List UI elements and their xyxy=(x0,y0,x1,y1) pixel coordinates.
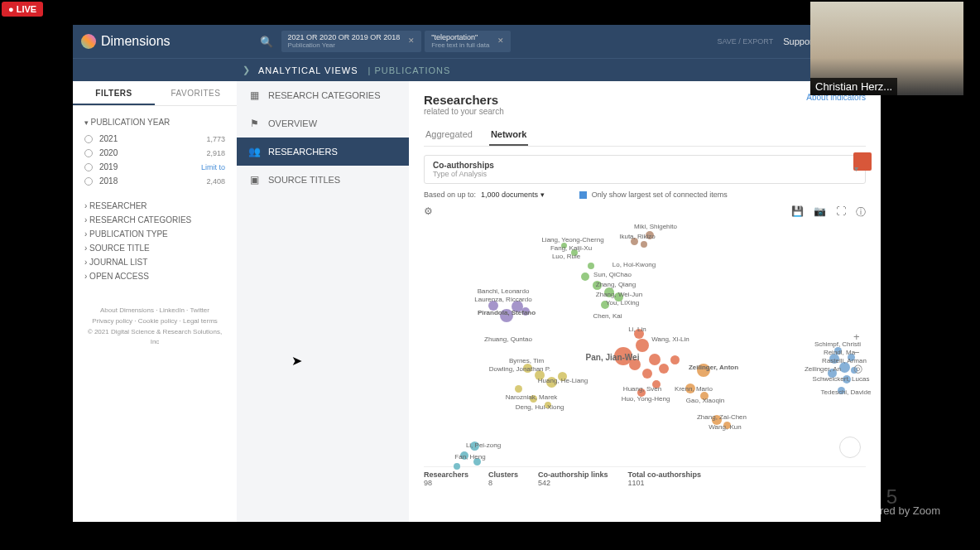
close-icon[interactable]: ✕ xyxy=(408,37,415,46)
year-row-2019[interactable]: 2019Limit to xyxy=(84,160,225,174)
save-icon[interactable]: 💾 xyxy=(791,205,804,220)
flag-icon: ⚑ xyxy=(248,118,260,129)
radio-icon[interactable] xyxy=(84,135,93,143)
filter-research-categories[interactable]: RESEARCH CATEGORIES xyxy=(84,215,225,224)
only-largest-label: Only show largest set of connected items xyxy=(592,191,728,199)
checkbox-largest-set[interactable] xyxy=(579,191,587,199)
zoom-in-icon[interactable]: + xyxy=(853,330,862,343)
attribution-icon[interactable] xyxy=(839,437,861,458)
top-bar: Dimensions 🔍 2021 OR 2020 OR 2019 OR 201… xyxy=(73,25,881,58)
analytical-views-tab[interactable]: ANALYTICAL VIEWS xyxy=(258,65,358,75)
page-subtitle: related to your search xyxy=(424,107,866,116)
publications-tab[interactable]: | PUBLICATIONS xyxy=(368,65,451,75)
year-row-2021[interactable]: 20211,773 xyxy=(84,132,225,146)
filter-researcher[interactable]: RESEARCHER xyxy=(84,201,225,210)
gear-icon[interactable]: ⚙ xyxy=(424,205,433,217)
filter-pill-year[interactable]: 2021 OR 2020 OR 2019 OR 2018 Publication… xyxy=(281,31,422,53)
mouse-cursor: ➤ xyxy=(291,353,302,369)
tab-filters[interactable]: FILTERS xyxy=(73,81,155,105)
locate-icon[interactable]: ◎ xyxy=(853,362,862,374)
filters-sidebar: FILTERS FAVORITES PUBLICATION YEAR 20211… xyxy=(73,81,237,522)
nav-research-categories[interactable]: ▦RESEARCH CATEGORIES xyxy=(237,81,409,109)
folder-icon: ▦ xyxy=(248,89,260,101)
tab-aggregated[interactable]: Aggregated xyxy=(424,124,474,146)
radio-icon[interactable] xyxy=(84,163,93,171)
filter-source-title[interactable]: SOURCE TITLE xyxy=(84,244,225,253)
pill-text-label: Free text in full data xyxy=(431,42,489,50)
camera-icon[interactable]: 📷 xyxy=(814,205,826,220)
radio-icon[interactable] xyxy=(84,177,93,186)
sub-bar: ❯ ANALYTICAL VIEWS | PUBLICATIONS xyxy=(73,58,881,81)
save-export-link[interactable]: SAVE / EXPORT xyxy=(718,37,774,46)
logo-icon xyxy=(81,34,96,49)
content-area: Researchers related to your search About… xyxy=(409,81,881,522)
footer-links: About Dimensions · LinkedIn · Twitter Pr… xyxy=(84,306,225,348)
chevron-right-icon[interactable]: ❯ xyxy=(243,65,250,75)
book-icon: ▣ xyxy=(248,174,260,186)
filter-open-access[interactable]: OPEN ACCESS xyxy=(84,272,225,281)
pill-year-label: Publication Year xyxy=(288,42,401,50)
brand-text: Dimensions xyxy=(101,34,171,49)
tab-favorites[interactable]: FAVORITES xyxy=(155,81,237,105)
live-badge: LIVE xyxy=(2,2,43,17)
year-row-2018[interactable]: 20182,408 xyxy=(84,174,225,188)
search-icon[interactable]: 🔍 xyxy=(260,36,273,48)
brand-logo[interactable]: Dimensions xyxy=(81,34,253,49)
analytical-nav: ▦RESEARCH CATEGORIES ⚑OVERVIEW 👥RESEARCH… xyxy=(237,81,409,522)
fullscreen-icon[interactable]: ⛶ xyxy=(836,205,846,220)
radio-icon[interactable] xyxy=(84,149,93,157)
based-on-label: Based on up to: xyxy=(424,191,476,199)
page-title: Researchers xyxy=(424,93,866,107)
zoom-controls: + − ◎ xyxy=(853,330,862,374)
filter-publication-type[interactable]: PUBLICATION TYPE xyxy=(84,229,225,239)
limit-to-link[interactable]: Limit to xyxy=(201,163,225,171)
filter-publication-year[interactable]: PUBLICATION YEAR xyxy=(84,118,225,127)
year-row-2020[interactable]: 20202,918 xyxy=(84,146,225,160)
graph-stats: Researchers98 Clusters8 Co-authorship li… xyxy=(424,466,866,487)
webcam-panel: Christian Herz... xyxy=(810,2,963,95)
chevron-down-icon[interactable]: ▾ xyxy=(854,164,858,173)
tab-network[interactable]: Network xyxy=(489,124,528,146)
close-icon[interactable]: ✕ xyxy=(497,37,504,46)
webcam-presenter-name: Christian Herz... xyxy=(810,78,897,95)
nav-overview[interactable]: ⚑OVERVIEW xyxy=(237,109,409,138)
network-graph[interactable]: Banchi, Leonardo Laurenza, Riccardo Pira… xyxy=(424,223,866,463)
document-count-dropdown[interactable]: 1,000 documents ▾ xyxy=(481,191,545,199)
info-icon[interactable]: ⓘ xyxy=(856,205,866,220)
filter-journal-list[interactable]: JOURNAL LIST xyxy=(84,258,225,267)
nav-source-titles[interactable]: ▣SOURCE TITLES xyxy=(237,166,409,194)
zoom-out-icon[interactable]: − xyxy=(853,346,862,359)
filter-pill-text[interactable]: "teleportation" Free text in full data ✕ xyxy=(425,31,511,53)
analysis-select[interactable]: Co-authorships Type of Analysis ▾ xyxy=(424,155,866,184)
powered-by-label: Powered by Zoom xyxy=(853,504,941,517)
people-icon: 👥 xyxy=(248,146,260,157)
app-window: Dimensions 🔍 2021 OR 2020 OR 2019 OR 201… xyxy=(73,25,881,522)
nav-researchers[interactable]: 👥RESEARCHERS xyxy=(237,138,409,166)
